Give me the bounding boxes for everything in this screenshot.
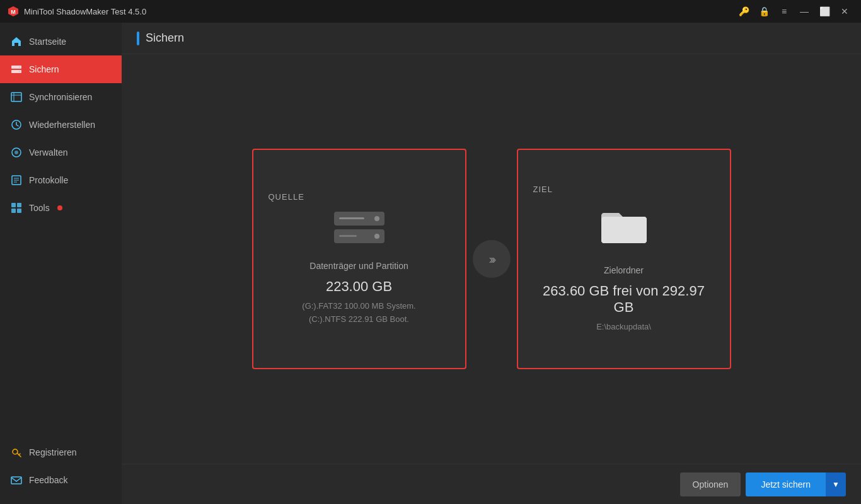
sidebar-item-wiederherstellen[interactable]: Wiederherstellen xyxy=(0,111,122,139)
app-body: Startseite Sichern Synchr xyxy=(0,23,861,504)
sidebar-item-tools[interactable]: Tools xyxy=(0,194,122,222)
restore-icon xyxy=(10,118,23,131)
sidebar-label-protokolle: Protokolle xyxy=(29,175,68,185)
dest-card[interactable]: ZIEL Zielordner 263.60 GB frei von 292.9… xyxy=(517,149,731,369)
page-header: Sichern xyxy=(122,23,861,54)
hdd-icon xyxy=(334,212,384,243)
sidebar-label-registrieren: Registrieren xyxy=(29,447,76,457)
log-icon xyxy=(10,174,23,186)
dest-card-desc: Zielordner xyxy=(604,265,644,275)
page-title-bar: Sichern xyxy=(137,32,184,45)
dest-card-label: ZIEL xyxy=(533,185,553,194)
options-button[interactable]: Optionen xyxy=(680,472,741,496)
tools-badge xyxy=(57,205,62,210)
license-icon[interactable]: 🔑 xyxy=(735,4,753,18)
sidebar-item-startseite[interactable]: Startseite xyxy=(0,28,122,55)
sidebar-bottom: Registrieren Feedback xyxy=(0,438,122,504)
key-icon xyxy=(10,446,23,459)
source-card-size: 223.00 GB xyxy=(326,278,392,295)
sidebar-item-verwalten[interactable]: Verwalten xyxy=(0,139,122,166)
hdd-bar-top xyxy=(334,212,384,226)
window-controls: 🔑 🔒 ≡ — ⬜ ✕ xyxy=(735,4,853,18)
tools-icon xyxy=(10,202,23,214)
hdd-bar-line2 xyxy=(339,235,357,237)
close-button[interactable]: ✕ xyxy=(836,4,853,18)
sidebar-item-feedback[interactable]: Feedback xyxy=(0,466,122,494)
source-card-detail: (G:).FAT32 100.00 MB System. (C:).NTFS 2… xyxy=(302,300,415,326)
svg-rect-21 xyxy=(11,477,21,484)
source-card-desc: Datenträger und Partition xyxy=(309,261,408,271)
folder-icon xyxy=(599,204,649,248)
source-card[interactable]: QUELLE Datenträger und Partition 223.00 … xyxy=(252,149,466,369)
svg-rect-16 xyxy=(11,203,16,207)
lock-icon[interactable]: 🔒 xyxy=(755,4,773,18)
bottom-toolbar: Optionen Jetzt sichern ▼ xyxy=(122,464,861,504)
backup-dropdown-button[interactable]: ▼ xyxy=(826,472,846,496)
manage-icon xyxy=(10,146,23,159)
sidebar-label-tools: Tools xyxy=(29,203,50,213)
backup-button-group: Jetzt sichern ▼ xyxy=(746,472,846,496)
svg-text:M: M xyxy=(11,9,16,15)
app-title: MiniTool ShadowMaker Test 4.5.0 xyxy=(24,7,735,16)
svg-rect-19 xyxy=(17,209,21,213)
cards-area: QUELLE Datenträger und Partition 223.00 … xyxy=(122,54,861,464)
sidebar-item-protokolle[interactable]: Protokolle xyxy=(0,166,122,194)
sidebar-item-sichern[interactable]: Sichern xyxy=(0,55,122,83)
page-title: Sichern xyxy=(146,32,184,45)
sidebar-label-verwalten: Verwalten xyxy=(29,147,67,158)
title-accent xyxy=(137,32,139,45)
svg-rect-6 xyxy=(11,93,21,101)
backup-icon xyxy=(10,63,23,76)
mail-icon xyxy=(10,474,23,486)
sidebar-label-sichern: Sichern xyxy=(29,64,59,74)
sidebar-label-synchronisieren: Synchronisieren xyxy=(29,92,92,102)
titlebar: M MiniTool ShadowMaker Test 4.5.0 🔑 🔒 ≡ … xyxy=(0,0,861,23)
backup-now-button[interactable]: Jetzt sichern xyxy=(746,472,826,496)
minimize-button[interactable]: — xyxy=(795,4,813,18)
sync-icon xyxy=(10,91,23,103)
source-card-label: QUELLE xyxy=(269,192,304,202)
svg-point-4 xyxy=(19,66,20,67)
sidebar-item-registrieren[interactable]: Registrieren xyxy=(0,438,122,466)
hdd-bar-bottom xyxy=(334,229,384,243)
sidebar-item-synchronisieren[interactable]: Synchronisieren xyxy=(0,83,122,111)
restore-button[interactable]: ⬜ xyxy=(816,4,833,18)
svg-rect-18 xyxy=(11,209,16,213)
sidebar: Startseite Sichern Synchr xyxy=(0,23,122,504)
svg-point-5 xyxy=(19,71,20,72)
dest-card-path: E:\backupdata\ xyxy=(596,321,651,334)
arrow-connector: ››› xyxy=(466,240,517,278)
sidebar-label-feedback: Feedback xyxy=(29,475,67,485)
hdd-bar-line1 xyxy=(339,217,364,219)
dest-card-free-space: 263.60 GB frei von 292.97 GB xyxy=(533,283,715,316)
main-content: Sichern QUELLE Datenträger und Partition… xyxy=(122,23,861,504)
menu-icon[interactable]: ≡ xyxy=(775,4,793,18)
home-icon xyxy=(10,35,23,48)
sidebar-label-startseite: Startseite xyxy=(29,37,66,47)
arrow-icon: ››› xyxy=(473,240,511,278)
sidebar-label-wiederherstellen: Wiederherstellen xyxy=(29,120,95,130)
app-icon: M xyxy=(8,6,19,17)
svg-point-11 xyxy=(14,151,18,154)
svg-rect-17 xyxy=(17,203,21,207)
